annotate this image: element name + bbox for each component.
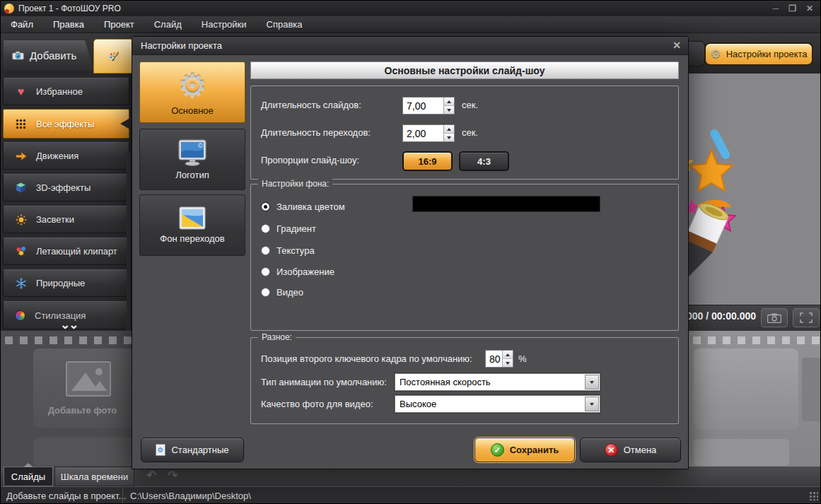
spin-down-button[interactable] bbox=[444, 105, 454, 114]
color-wheel-icon bbox=[15, 310, 25, 321]
save-check-icon: ✓ bbox=[491, 443, 504, 457]
dialog-tab-transition-bg[interactable]: Фон переходов bbox=[139, 194, 245, 256]
tab-slides-label: Слайды bbox=[11, 471, 45, 482]
project-settings-button[interactable]: ⚙ Настройки проекта bbox=[704, 42, 813, 66]
misc-group-title: Разное: bbox=[258, 332, 296, 342]
photo-quality-label: Качество фото для видео: bbox=[261, 399, 373, 409]
transition-background-icon bbox=[179, 206, 206, 230]
spin-up-button[interactable] bbox=[444, 98, 454, 105]
sidebar-item-nature[interactable]: Природные bbox=[3, 269, 129, 297]
radio-icon[interactable] bbox=[261, 246, 270, 255]
sidebar-item-flying-clipart[interactable]: Летающий клипарт bbox=[3, 238, 129, 265]
radio-label: Градиент bbox=[276, 223, 316, 234]
radio-label: Заливка цветом bbox=[276, 201, 345, 212]
sidebar-item-label: Все эффекты bbox=[36, 119, 94, 129]
animation-type-label: Тип анимации по умолчанию: bbox=[261, 377, 387, 387]
standard-settings-label: Стандартные bbox=[171, 445, 228, 455]
spin-up-button[interactable] bbox=[503, 351, 513, 358]
dialog-close-icon[interactable]: ✕ bbox=[672, 40, 681, 51]
empty-slide-card[interactable] bbox=[694, 348, 798, 430]
standard-settings-button[interactable]: Стандартные bbox=[141, 438, 244, 462]
undo-icon[interactable]: ↶ bbox=[146, 468, 156, 483]
save-button[interactable]: ✓ Сохранить bbox=[474, 438, 575, 462]
dialog-tab-logo[interactable]: © Логотип bbox=[139, 129, 245, 190]
radio-color-fill[interactable]: Заливка цветом bbox=[261, 201, 345, 212]
sidebar-item-label: Движения bbox=[36, 151, 78, 161]
minimize-button[interactable]: ─ bbox=[773, 4, 779, 13]
fullscreen-icon bbox=[800, 312, 813, 323]
radio-video[interactable]: Видео bbox=[261, 287, 303, 298]
radio-texture[interactable]: Текстура bbox=[261, 245, 315, 256]
menu-settings[interactable]: Настройки bbox=[192, 16, 257, 33]
spin-up-button[interactable] bbox=[444, 125, 454, 133]
sidebar-item-favorites[interactable]: ♥ Избранное bbox=[3, 78, 129, 105]
palette-icon bbox=[108, 50, 120, 62]
sidebar-item-motions[interactable]: Движения bbox=[3, 142, 129, 170]
sidebar-item-flares[interactable]: Засветки bbox=[3, 206, 129, 233]
add-photo-placeholder[interactable]: Добавьте фото bbox=[33, 348, 132, 428]
menu-slide[interactable]: Слайд bbox=[144, 16, 192, 33]
dropdown-arrow-icon[interactable] bbox=[585, 397, 599, 411]
sidebar-item-all-effects[interactable]: Все эффекты bbox=[3, 109, 129, 139]
tab-slides[interactable]: Слайды bbox=[4, 467, 53, 486]
radio-label: Видео bbox=[276, 287, 303, 298]
slide-duration-stepper[interactable] bbox=[402, 97, 455, 115]
animation-type-dropdown[interactable]: Постоянная скорость bbox=[395, 373, 600, 391]
gear-icon: ⚙ bbox=[710, 47, 721, 61]
radio-image[interactable]: Изображение bbox=[261, 266, 334, 277]
menu-file[interactable]: Файл bbox=[1, 16, 43, 33]
spin-down-button[interactable] bbox=[444, 133, 454, 141]
empty-slide-card bbox=[694, 439, 789, 466]
aspect-43-button[interactable]: 4:3 bbox=[459, 151, 509, 171]
menu-help[interactable]: Справка bbox=[257, 16, 313, 33]
tab-timeline[interactable]: Шкала времени bbox=[54, 467, 134, 486]
status-hint: Добавьте слайды в проект... bbox=[6, 491, 126, 501]
preview-area bbox=[689, 74, 821, 305]
menu-edit[interactable]: Правка bbox=[43, 16, 94, 33]
magic-wand-clipart bbox=[689, 123, 747, 286]
transition-duration-stepper[interactable] bbox=[402, 124, 455, 142]
status-separator bbox=[122, 488, 123, 503]
radio-icon[interactable] bbox=[261, 288, 270, 297]
effects-tab[interactable] bbox=[93, 39, 134, 74]
aspect-169-button[interactable]: 16:9 bbox=[402, 151, 453, 171]
radio-gradient[interactable]: Градиент bbox=[261, 223, 316, 234]
cube-icon bbox=[15, 182, 27, 194]
dialog-tab-label: Логотип bbox=[175, 170, 209, 180]
aspect-43-label: 4:3 bbox=[477, 156, 491, 167]
cancel-x-icon: ✕ bbox=[605, 443, 618, 457]
color-swatch[interactable] bbox=[412, 196, 600, 212]
dropdown-arrow-icon[interactable] bbox=[585, 375, 599, 389]
add-photos-tab[interactable]: Добавить bbox=[4, 40, 94, 71]
spin-down-button[interactable] bbox=[503, 358, 513, 367]
add-photos-label: Добавить bbox=[30, 49, 76, 61]
sidebar-item-3d-effects[interactable]: 3D-эффекты bbox=[3, 174, 129, 201]
animation-type-value: Постоянная скорость bbox=[400, 377, 491, 387]
radio-icon[interactable] bbox=[261, 224, 270, 233]
maximize-button[interactable]: ❐ bbox=[788, 4, 796, 13]
sidebar-item-label: Природные bbox=[36, 278, 85, 288]
gear-icon: ⚙ bbox=[177, 69, 206, 102]
photo-quality-dropdown[interactable]: Высокое bbox=[395, 395, 600, 413]
add-photo-placeholder-row bbox=[33, 438, 132, 466]
radio-label: Текстура bbox=[276, 245, 315, 256]
general-group: Длительность слайдов: сек. Длительность … bbox=[250, 86, 679, 180]
resize-grip[interactable] bbox=[809, 491, 818, 500]
cancel-button[interactable]: ✕ Отмена bbox=[580, 438, 681, 462]
sidebar-item-label: Засветки bbox=[36, 214, 74, 225]
redo-icon[interactable]: ↷ bbox=[168, 468, 177, 483]
fullscreen-button[interactable] bbox=[793, 308, 820, 327]
keyframe-position-stepper[interactable] bbox=[485, 350, 513, 368]
menubar: Файл Правка Проект Слайд Настройки Справ… bbox=[1, 16, 821, 33]
close-button[interactable]: ✕ bbox=[806, 4, 813, 13]
radio-selected-icon[interactable] bbox=[261, 202, 270, 211]
snowflake-icon bbox=[15, 277, 27, 289]
snapshot-button[interactable] bbox=[761, 308, 788, 327]
dialog-tab-general[interactable]: ⚙ Основное bbox=[139, 61, 245, 123]
dialog-header: Основные настройки слайд-шоу bbox=[250, 61, 679, 79]
app-window: Проект 1 - ФотоШОУ PRO ─ ❐ ✕ Файл Правка… bbox=[0, 0, 821, 504]
menu-project[interactable]: Проект bbox=[94, 16, 144, 33]
radio-icon[interactable] bbox=[261, 267, 270, 276]
keyframe-position-label: Позиция второго ключевого кадра по умолч… bbox=[261, 353, 472, 364]
chevron-down-icon[interactable]: ⌄⌄ bbox=[60, 317, 78, 332]
